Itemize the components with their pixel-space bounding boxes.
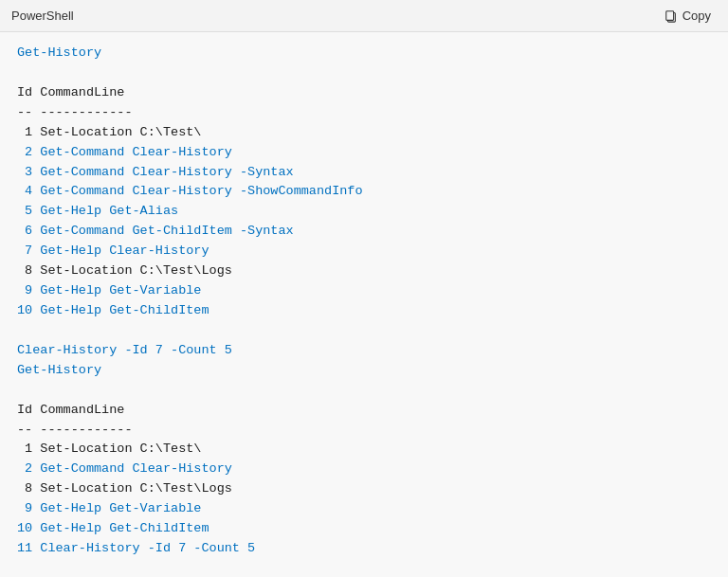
line-s2-8: 8 Set-Location C:\Test\Logs: [17, 479, 711, 499]
line-5: 5 Get-Help Get-Alias: [17, 202, 711, 222]
section-1: Get-History Id CommandLine -- ----------…: [17, 44, 711, 321]
line-separator-2: -- ------------: [17, 421, 711, 441]
line-header-1: Id CommandLine: [17, 83, 711, 103]
line-blank-3: [17, 381, 711, 401]
copy-button[interactable]: Copy: [659, 7, 717, 25]
line-10: 10 Get-Help Get-ChildItem: [17, 301, 711, 321]
copy-icon: [664, 9, 678, 23]
line-s2-11: 11 Clear-History -Id 7 -Count 5: [17, 539, 711, 559]
line-3: 3 Get-Command Clear-History -Syntax: [17, 163, 711, 183]
line-s2-1: 1 Set-Location C:\Test\: [17, 440, 711, 460]
line-separator-1: -- ------------: [17, 103, 711, 123]
line-4: 4 Get-Command Clear-History -ShowCommand…: [17, 182, 711, 202]
line-s2-2: 2 Get-Command Clear-History: [17, 460, 711, 479]
line-get-history-1: Get-History: [17, 44, 711, 63]
line-s2-10: 10 Get-Help Get-ChildItem: [17, 519, 711, 539]
code-content: Get-History Id CommandLine -- ----------…: [0, 32, 728, 577]
section-2: Clear-History -Id 7 -Count 5 Get-History…: [17, 321, 711, 559]
line-9: 9 Get-Help Get-Variable: [17, 281, 711, 301]
line-6: 6 Get-Command Get-ChildItem -Syntax: [17, 222, 711, 242]
line-1: 1 Set-Location C:\Test\: [17, 123, 711, 143]
line-get-history-2: Get-History: [17, 361, 711, 381]
line-blank-2: [17, 321, 711, 341]
line-7: 7 Get-Help Clear-History: [17, 242, 711, 261]
line-8: 8 Set-Location C:\Test\Logs: [17, 261, 711, 281]
line-s2-9: 9 Get-Help Get-Variable: [17, 499, 711, 519]
line-clear-history-cmd: Clear-History -Id 7 -Count 5: [17, 341, 711, 361]
window-title: PowerShell: [11, 9, 74, 23]
line-2: 2 Get-Command Clear-History: [17, 143, 711, 163]
line-blank-1: [17, 63, 711, 83]
header: PowerShell Copy: [0, 0, 728, 32]
copy-label: Copy: [682, 9, 711, 23]
line-header-2: Id CommandLine: [17, 401, 711, 421]
svg-rect-1: [665, 10, 673, 20]
